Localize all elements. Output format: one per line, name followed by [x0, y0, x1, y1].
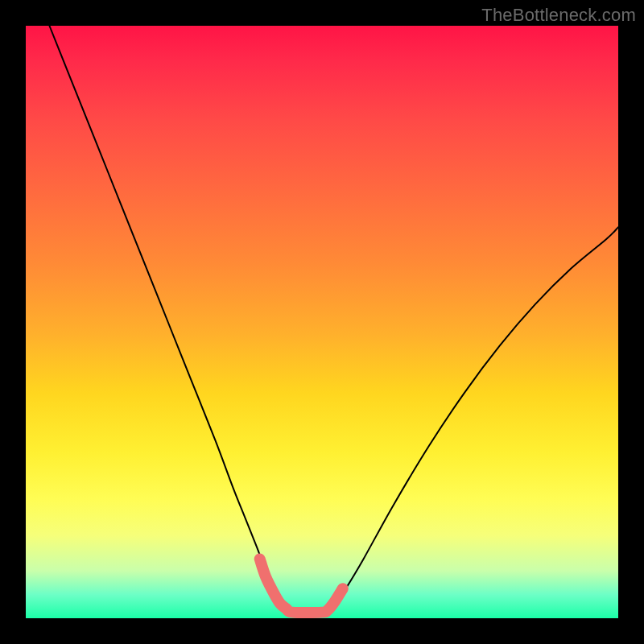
plot-area: [26, 26, 618, 618]
chart-frame: TheBottleneck.com: [0, 0, 644, 644]
bottom-highlight: [260, 559, 343, 613]
watermark-text: TheBottleneck.com: [481, 5, 636, 26]
main-curve: [49, 26, 618, 613]
chart-svg: [26, 26, 618, 618]
